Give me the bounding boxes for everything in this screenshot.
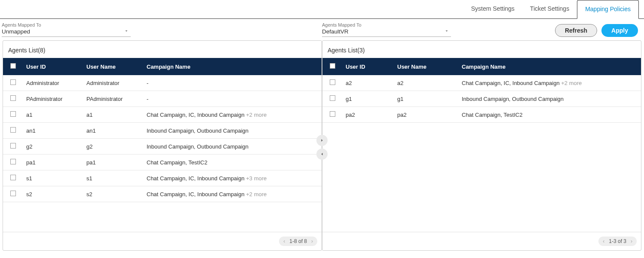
cell-username: pa1 <box>83 155 143 170</box>
more-indicator[interactable]: +2 more <box>246 112 267 118</box>
row-checkbox[interactable] <box>10 127 16 133</box>
left-select-all-checkbox[interactable] <box>10 63 16 69</box>
cell-userid: g2 <box>23 139 83 155</box>
tab-ticket-settings[interactable]: Ticket Settings <box>522 0 577 18</box>
right-col-username: User Name <box>394 58 458 75</box>
table-row: AdministratorAdministrator- <box>3 75 322 91</box>
tab-system-settings[interactable]: System Settings <box>463 0 522 18</box>
cell-campaign: Chat Campaign, IC, Inbound Campaign +3 m… <box>143 170 322 186</box>
cell-campaign: Chat Campaign, IC, Inbound Campaign +2 m… <box>143 107 322 123</box>
cell-username: g1 <box>394 91 458 107</box>
tab-mapping-policies[interactable]: Mapping Policies <box>577 0 639 19</box>
left-prev-page[interactable]: ‹ <box>283 238 285 244</box>
row-checkbox[interactable] <box>10 175 16 180</box>
more-indicator[interactable]: +2 more <box>561 80 582 86</box>
right-prev-page[interactable]: ‹ <box>603 238 604 244</box>
left-col-username: User Name <box>83 58 143 75</box>
cell-userid: PAdministrator <box>23 91 83 107</box>
right-col-userid: User ID <box>342 58 394 75</box>
left-dropdown-label: Agents Mapped To <box>2 22 131 27</box>
row-checkbox[interactable] <box>330 79 335 85</box>
left-paginator: ‹ 1-8 of 8 › <box>3 232 322 250</box>
row-checkbox[interactable] <box>10 143 16 149</box>
table-row: a1a1Chat Campaign, IC, Inbound Campaign … <box>3 107 322 123</box>
cell-userid: g1 <box>342 91 394 107</box>
row-checkbox[interactable] <box>10 79 16 85</box>
row-checkbox[interactable] <box>330 95 335 101</box>
right-paginator: ‹ 1-3 of 3 › <box>322 232 641 250</box>
left-dropdown-value: Unmapped <box>2 28 30 35</box>
cell-userid: a2 <box>342 75 394 91</box>
panels: Agents List(8) User ID User Name Campaig… <box>0 40 644 254</box>
cell-username: PAdministrator <box>83 91 143 107</box>
left-panel: Agents List(8) User ID User Name Campaig… <box>3 40 322 251</box>
cell-userid: s2 <box>23 186 83 202</box>
cell-campaign: - <box>143 75 322 91</box>
top-tab-bar: System Settings Ticket Settings Mapping … <box>0 0 644 19</box>
table-row: pa2pa2Chat Campaign, TestIC2 <box>322 107 641 123</box>
cell-campaign: Chat Campaign, TestIC2 <box>143 155 322 170</box>
right-page-info: 1-3 of 3 <box>609 238 626 244</box>
chevron-down-icon <box>124 28 129 35</box>
cell-username: an1 <box>83 123 143 139</box>
cell-username: a1 <box>83 107 143 123</box>
cell-username: a2 <box>394 75 458 91</box>
cell-campaign: Chat Campaign, IC, Inbound Campaign +2 m… <box>458 75 641 91</box>
right-dropdown[interactable]: DefaultVR <box>322 27 451 37</box>
table-row: g1g1Inbound Campaign, Outbound Campaign <box>322 91 641 107</box>
row-checkbox[interactable] <box>10 191 16 196</box>
left-page-info: 1-8 of 8 <box>289 238 307 244</box>
row-checkbox[interactable] <box>330 111 335 117</box>
move-right-button[interactable] <box>316 135 328 146</box>
cell-campaign: Inbound Campaign, Outbound Campaign <box>458 91 641 107</box>
left-col-campaign: Campaign Name <box>143 58 322 75</box>
chevron-down-icon <box>444 28 449 35</box>
cell-userid: a1 <box>23 107 83 123</box>
cell-userid: pa1 <box>23 155 83 170</box>
right-next-page[interactable]: › <box>631 238 632 244</box>
left-dropdown[interactable]: Unmapped <box>2 27 131 37</box>
cell-userid: Administrator <box>23 75 83 91</box>
table-row: g2g2Inbound Campaign, Outbound Campaign <box>3 139 322 155</box>
more-indicator[interactable]: +3 more <box>246 175 267 182</box>
cell-campaign: Chat Campaign, IC, Inbound Campaign +2 m… <box>143 186 322 202</box>
apply-button[interactable]: Apply <box>601 24 638 37</box>
cell-username: s1 <box>83 170 143 186</box>
cell-userid: an1 <box>23 123 83 139</box>
right-table: User ID User Name Campaign Name a2a2Chat… <box>322 58 641 123</box>
right-panel: Agents List(3) User ID User Name Campaig… <box>322 40 641 251</box>
transfer-controls <box>316 135 328 160</box>
refresh-button[interactable]: Refresh <box>555 24 597 37</box>
cell-campaign: - <box>143 91 322 107</box>
cell-campaign: Inbound Campaign, Outbound Campaign <box>143 139 322 155</box>
left-table: User ID User Name Campaign Name Administ… <box>3 58 322 202</box>
right-col-campaign: Campaign Name <box>458 58 641 75</box>
table-row: a2a2Chat Campaign, IC, Inbound Campaign … <box>322 75 641 91</box>
right-dropdown-label: Agents Mapped To <box>322 22 451 27</box>
row-checkbox[interactable] <box>10 95 16 101</box>
table-row: s2s2Chat Campaign, IC, Inbound Campaign … <box>3 186 322 202</box>
controls-row: Agents Mapped To Unmapped Agents Mapped … <box>0 19 644 40</box>
cell-username: g2 <box>83 139 143 155</box>
right-dropdown-value: DefaultVR <box>322 28 349 35</box>
right-select-all-checkbox[interactable] <box>330 63 335 69</box>
move-left-button[interactable] <box>316 149 328 160</box>
left-list-title: Agents List(8) <box>3 41 322 58</box>
table-row: an1an1Inbound Campaign, Outbound Campaig… <box>3 123 322 139</box>
table-row: PAdministratorPAdministrator- <box>3 91 322 107</box>
cell-campaign: Inbound Campaign, Outbound Campaign <box>143 123 322 139</box>
table-row: pa1pa1Chat Campaign, TestIC2 <box>3 155 322 170</box>
left-col-userid: User ID <box>23 58 83 75</box>
cell-username: pa2 <box>394 107 458 123</box>
cell-campaign: Chat Campaign, TestIC2 <box>458 107 641 123</box>
row-checkbox[interactable] <box>10 111 16 117</box>
row-checkbox[interactable] <box>10 159 16 164</box>
cell-username: Administrator <box>83 75 143 91</box>
more-indicator[interactable]: +2 more <box>246 191 267 197</box>
table-row: s1s1Chat Campaign, IC, Inbound Campaign … <box>3 170 322 186</box>
left-next-page[interactable]: › <box>311 238 313 244</box>
right-list-title: Agents List(3) <box>322 41 641 58</box>
cell-userid: pa2 <box>342 107 394 123</box>
cell-userid: s1 <box>23 170 83 186</box>
cell-username: s2 <box>83 186 143 202</box>
